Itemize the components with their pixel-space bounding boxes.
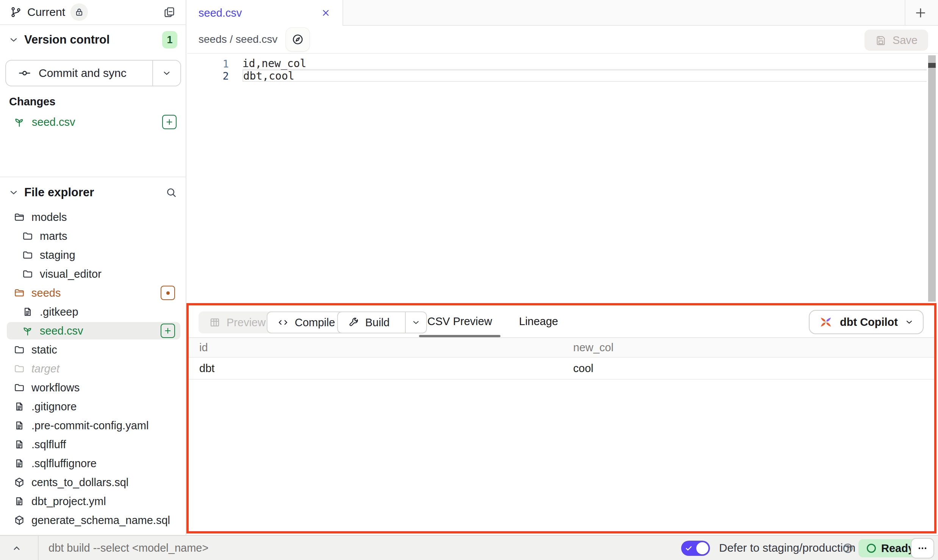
file-tree-item-workflows[interactable]: workflows	[0, 378, 186, 397]
scrollbar-thumb[interactable]	[928, 63, 936, 68]
file-tree-item-marts[interactable]: marts	[0, 227, 186, 246]
editor-scrollbar[interactable]	[928, 55, 936, 302]
modified-status-icon	[161, 286, 175, 300]
compile-button[interactable]: Compile	[267, 311, 345, 333]
preview-button[interactable]: Preview	[199, 311, 276, 333]
model-icon	[14, 477, 25, 488]
tab-csv-preview[interactable]: CSV Preview	[427, 305, 492, 337]
build-button[interactable]: Build	[337, 311, 427, 333]
tab-lineage[interactable]: Lineage	[519, 305, 558, 337]
table-row[interactable]: dbtcool	[189, 358, 934, 380]
changed-file-name: seed.csv	[32, 116, 75, 128]
file-tree-item-generate-schema-name-sql[interactable]: generate_schema_name.sql	[0, 511, 186, 530]
lock-icon	[74, 7, 84, 17]
folder-icon	[22, 249, 33, 261]
code-editor[interactable]: 1id,new_col2dbt,cool	[187, 54, 938, 303]
chevron-down-icon	[905, 318, 914, 327]
copy-icon[interactable]	[163, 6, 176, 19]
git-branch-icon	[10, 6, 22, 18]
file-tree-item-visual-editor[interactable]: visual_editor	[0, 264, 186, 283]
column-header: new_col	[563, 338, 934, 357]
save-button[interactable]: Save	[865, 30, 928, 51]
code-line-2[interactable]: 2dbt,cool	[187, 70, 927, 82]
file-icon	[14, 420, 25, 431]
commit-icon	[18, 67, 31, 80]
defer-toggle[interactable]	[681, 541, 710, 556]
build-options-caret[interactable]	[405, 312, 426, 333]
branch-readonly-badge	[70, 3, 88, 21]
folder-open-icon	[14, 287, 25, 299]
build-main[interactable]: Build	[338, 316, 399, 329]
status-bar: dbt build --select <model_name> Defer to…	[0, 535, 938, 560]
added-status-icon	[162, 115, 177, 129]
table-grid-icon	[209, 317, 220, 328]
compile-label: Compile	[295, 316, 335, 329]
file-tree-item--gitignore[interactable]: .gitignore	[0, 397, 186, 416]
file-icon	[14, 401, 25, 412]
line-text: dbt,cool	[242, 70, 927, 82]
added-status-icon	[161, 324, 175, 338]
code-line-1[interactable]: 1id,new_col	[187, 58, 927, 70]
file-name: visual_editor	[40, 268, 102, 280]
sidebar: Current Version control 1	[0, 0, 186, 535]
file-tree-item--pre-commit-config-yaml[interactable]: .pre-commit-config.yaml	[0, 416, 186, 435]
file-name: dbt_project.yml	[31, 495, 106, 508]
new-tab-button[interactable]	[912, 5, 929, 20]
file-tree-item--sqlfluff[interactable]: .sqlfluff	[0, 435, 186, 454]
branch-bar: Current	[0, 0, 186, 25]
file-name: static	[31, 344, 57, 356]
build-label: Build	[365, 316, 390, 329]
file-tree-item-models[interactable]: models	[0, 208, 186, 227]
file-name: cents_to_dollars.sql	[31, 476, 128, 489]
dbt-ide: Current Version control 1	[0, 0, 938, 560]
close-icon[interactable]	[320, 8, 331, 18]
results-pane-highlighted: Preview Compile Build	[186, 303, 936, 533]
ready-ring-icon	[867, 544, 876, 553]
table-cell: cool	[563, 358, 934, 379]
code-icon	[277, 317, 289, 328]
file-tree-item-seed-csv[interactable]: seed.csv	[0, 321, 186, 340]
file-tree-item-staging[interactable]: staging	[0, 246, 186, 264]
file-explorer-header[interactable]: File explorer	[0, 181, 186, 204]
dbt-copilot-icon	[819, 315, 833, 329]
table-cell: dbt	[189, 358, 563, 379]
explore-compass-icon[interactable]	[286, 28, 310, 51]
folder-icon	[22, 230, 33, 242]
file-icon	[14, 496, 25, 507]
table-header-row: idnew_col	[189, 338, 934, 358]
file-tree-item-seeds[interactable]: seeds	[0, 283, 186, 302]
divider	[0, 177, 186, 177]
version-control-title: Version control	[24, 33, 110, 47]
commit-and-sync-button[interactable]: Commit and sync	[5, 60, 181, 86]
file-icon	[14, 439, 25, 450]
version-control-header[interactable]: Version control 1	[0, 28, 186, 52]
more-menu-button[interactable]	[911, 538, 934, 558]
dbt-copilot-button[interactable]: dbt Copilot	[809, 310, 924, 334]
file-tree-item--sqlfluffignore[interactable]: .sqlfluffignore	[0, 454, 186, 473]
folder-icon	[14, 344, 25, 355]
check-icon	[685, 544, 693, 552]
file-tree-item-target[interactable]: target	[0, 359, 186, 378]
tab-seed-csv[interactable]: seed.csv	[187, 0, 343, 26]
seedling-icon	[14, 116, 25, 128]
search-icon[interactable]	[165, 186, 177, 199]
file-tree-item--gitkeep[interactable]: .gitkeep	[0, 302, 186, 321]
changed-file-row[interactable]: seed.csv	[0, 112, 186, 132]
tab-label: seed.csv	[199, 7, 242, 19]
file-icon	[14, 458, 25, 469]
file-tree-item-dbt-project-yml[interactable]: dbt_project.yml	[0, 492, 186, 511]
command-input[interactable]: dbt build --select <model_name>	[48, 536, 208, 560]
editor-tab-bar: seed.csv	[187, 0, 938, 26]
folder-open-icon	[14, 211, 25, 223]
save-label: Save	[893, 34, 918, 47]
file-name: target	[31, 363, 59, 375]
commit-options-caret[interactable]	[152, 61, 180, 86]
file-tree-item-static[interactable]: static	[0, 340, 186, 359]
column-header: id	[189, 338, 563, 357]
commit-and-sync-main[interactable]: Commit and sync	[6, 61, 152, 86]
commit-and-sync-label: Commit and sync	[39, 67, 127, 80]
file-tree-item-cents-to-dollars-sql[interactable]: cents_to_dollars.sql	[0, 473, 186, 492]
help-icon[interactable]	[842, 542, 854, 554]
folder-icon	[14, 382, 25, 393]
chevron-up-icon[interactable]	[9, 541, 24, 555]
